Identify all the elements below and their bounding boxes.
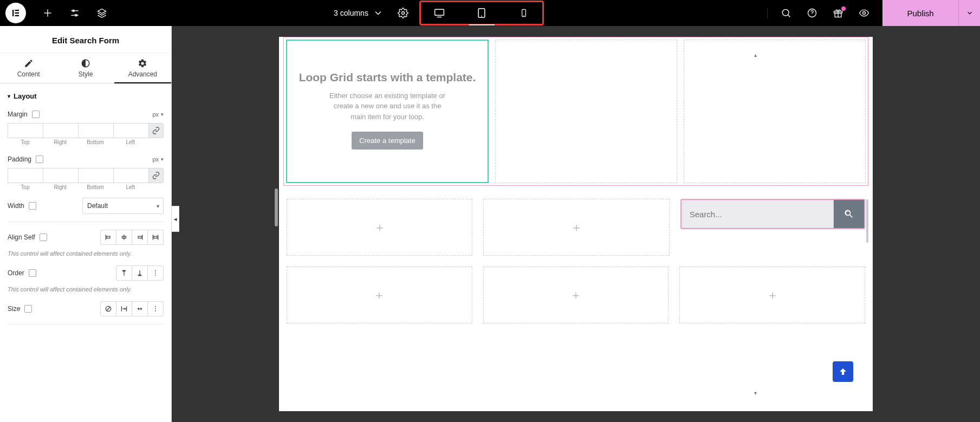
- responsive-indicator-icon[interactable]: [24, 305, 32, 313]
- width-select[interactable]: Default: [82, 198, 164, 214]
- add-widget-cell[interactable]: ＋: [287, 199, 472, 256]
- size-more-button[interactable]: [147, 301, 164, 316]
- svg-point-38: [155, 270, 156, 271]
- align-self-end-button[interactable]: [132, 230, 148, 245]
- topbar-center-group: 3 columns: [324, 1, 550, 25]
- responsive-indicator-icon[interactable]: [36, 155, 43, 163]
- margin-link-values-button[interactable]: [148, 123, 164, 138]
- canvas-scroll-thumb[interactable]: [866, 199, 868, 243]
- finder-search-button[interactable]: [781, 8, 791, 18]
- section-layout-header[interactable]: ▾ Layout: [8, 92, 164, 100]
- responsive-indicator-icon[interactable]: [29, 269, 36, 277]
- size-none-button[interactable]: [100, 301, 116, 316]
- add-widget-cell[interactable]: ＋: [679, 267, 865, 323]
- svg-rect-3: [15, 15, 20, 16]
- topbar-right-group: [767, 8, 882, 18]
- svg-point-24: [863, 12, 866, 15]
- margin-top-input[interactable]: [8, 123, 43, 138]
- responsive-indicator-icon[interactable]: [29, 202, 36, 210]
- margin-right-input[interactable]: [43, 123, 78, 138]
- canvas-scroll[interactable]: ▴▾ Loop Grid starts with a template. Eit…: [279, 37, 873, 411]
- page-settings-button[interactable]: [398, 8, 408, 18]
- plus-icon: ＋: [767, 287, 778, 303]
- padding-top-input[interactable]: [8, 168, 43, 183]
- search-submit-button[interactable]: [834, 200, 864, 228]
- svg-rect-2: [15, 12, 20, 14]
- align-self-note: This control will affect contained eleme…: [8, 250, 164, 257]
- structure-selector[interactable]: 3 columns: [330, 8, 387, 18]
- svg-point-48: [155, 308, 156, 309]
- loop-template-placeholder[interactable]: Loop Grid starts with a template. Either…: [286, 40, 489, 183]
- margin-left-input[interactable]: [113, 123, 148, 138]
- structure-label-text: 3 columns: [334, 9, 368, 17]
- scroll-to-top-button[interactable]: [833, 361, 853, 382]
- editor-sidebar: Edit Search Form Content Style Advanced …: [0, 26, 172, 422]
- canvas-resize-handle-left[interactable]: [275, 189, 278, 226]
- align-self-stretch-button[interactable]: [147, 230, 164, 245]
- padding-left-input[interactable]: [113, 168, 148, 183]
- order-start-button[interactable]: [116, 265, 132, 281]
- search-widget-selected[interactable]: [680, 199, 865, 229]
- svg-rect-33: [154, 236, 157, 238]
- svg-point-47: [155, 306, 156, 307]
- svg-point-17: [782, 9, 789, 16]
- padding-unit-switcher[interactable]: px ▾: [152, 156, 164, 163]
- loop-item-placeholder[interactable]: [495, 40, 677, 183]
- order-note: This control will affect contained eleme…: [8, 286, 164, 293]
- padding-bottom-input[interactable]: [78, 168, 113, 183]
- navigator-button[interactable]: [96, 8, 107, 18]
- loop-grid-section[interactable]: Loop Grid starts with a template. Either…: [283, 37, 868, 186]
- add-widget-cell[interactable]: ＋: [483, 267, 669, 323]
- site-settings-button[interactable]: [69, 8, 80, 18]
- vertical-scroll-indicator: ▴▾: [751, 52, 759, 396]
- plus-icon: ＋: [570, 219, 582, 236]
- create-template-button[interactable]: Create a template: [352, 132, 423, 150]
- publish-label: Publish: [907, 9, 933, 18]
- preview-button[interactable]: [859, 8, 869, 18]
- loop-item-placeholder[interactable]: [684, 40, 866, 183]
- svg-line-42: [107, 307, 111, 311]
- top-bar: 3 columns: [0, 0, 980, 26]
- svg-point-39: [155, 272, 156, 274]
- svg-rect-26: [107, 236, 110, 238]
- loop-description: Either choose an existing template or cr…: [325, 90, 450, 122]
- order-end-button[interactable]: [132, 265, 148, 281]
- topbar-left-group: [0, 3, 107, 23]
- plus-icon: ＋: [373, 287, 385, 303]
- tab-style[interactable]: Style: [57, 53, 114, 83]
- svg-point-40: [155, 275, 156, 276]
- tab-content[interactable]: Content: [0, 53, 57, 83]
- notification-dot-icon: [841, 7, 846, 11]
- help-button[interactable]: [807, 8, 817, 18]
- size-label: Size: [8, 305, 20, 313]
- device-tablet-button[interactable]: [469, 2, 495, 24]
- tab-advanced[interactable]: Advanced: [114, 53, 171, 83]
- svg-line-18: [788, 15, 790, 17]
- publish-options-button[interactable]: [958, 0, 980, 26]
- padding-label: Padding: [8, 155, 31, 163]
- responsive-indicator-icon[interactable]: [40, 233, 47, 241]
- add-widget-cell[interactable]: ＋: [483, 199, 669, 256]
- publish-button[interactable]: Publish: [882, 0, 958, 26]
- padding-right-input[interactable]: [43, 168, 78, 183]
- add-element-button[interactable]: [42, 8, 53, 18]
- device-mobile-button[interactable]: [511, 2, 537, 24]
- elementor-logo-button[interactable]: [5, 3, 26, 23]
- padding-link-values-button[interactable]: [148, 168, 164, 183]
- tab-style-label: Style: [79, 70, 93, 78]
- tab-advanced-label: Advanced: [128, 70, 157, 78]
- device-desktop-button[interactable]: [426, 2, 452, 24]
- order-more-button[interactable]: [147, 265, 164, 281]
- size-grow-button[interactable]: [116, 301, 132, 316]
- whats-new-button[interactable]: [833, 8, 843, 18]
- size-shrink-button[interactable]: [132, 301, 148, 316]
- margin-unit-switcher[interactable]: px ▾: [152, 111, 164, 118]
- responsive-device-group: [419, 1, 544, 25]
- align-self-start-button[interactable]: [100, 230, 116, 245]
- section-layout-label: Layout: [14, 92, 37, 100]
- margin-bottom-input[interactable]: [78, 123, 113, 138]
- editor-canvas-area: ▴▾ Loop Grid starts with a template. Eit…: [172, 26, 980, 422]
- responsive-indicator-icon[interactable]: [32, 111, 40, 118]
- add-widget-cell[interactable]: ＋: [287, 267, 472, 323]
- align-self-center-button[interactable]: [116, 230, 132, 245]
